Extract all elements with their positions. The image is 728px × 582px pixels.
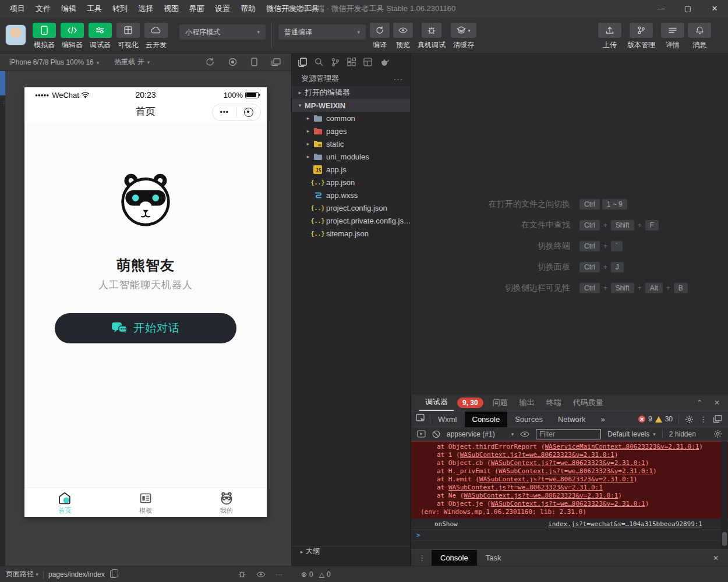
- menu-file[interactable]: 文件: [30, 0, 56, 17]
- panel-drag-strip[interactable]: ⋮: [0, 71, 5, 566]
- file-project-private-config[interactable]: {..} project.private.config.js…: [292, 214, 410, 227]
- menu-settings[interactable]: 设置: [210, 0, 235, 17]
- kebab-menu-icon[interactable]: ⋮: [411, 553, 432, 562]
- compile-button[interactable]: 编译: [368, 23, 391, 50]
- menu-edit[interactable]: 编辑: [56, 0, 82, 17]
- compile-mode-select[interactable]: 普通编译 ▾: [278, 24, 366, 40]
- file-app-wxss[interactable]: app.wxss: [292, 189, 410, 201]
- menu-project[interactable]: 项目: [5, 0, 30, 17]
- resume-icon[interactable]: [417, 430, 426, 438]
- outline-section[interactable]: ▸ 大纲: [292, 546, 410, 556]
- search-icon[interactable]: [314, 58, 323, 66]
- stack-link[interactable]: WASubContext.js?t=we…80623323&v=2.31.0:1: [479, 475, 634, 483]
- folder-uni-modules[interactable]: ▸ uni_modules: [292, 150, 410, 163]
- stack-link[interactable]: WASubContext.js?t=we…80623323&v=2.31.0:1: [460, 451, 614, 459]
- editor-layout-icon[interactable]: [363, 58, 372, 66]
- tab-terminal[interactable]: 终端: [540, 395, 567, 410]
- close-panel-icon[interactable]: ✕: [714, 399, 720, 407]
- menu-interface[interactable]: 界面: [184, 0, 210, 17]
- preview-eye-icon[interactable]: [256, 572, 266, 577]
- source-control-icon[interactable]: [331, 58, 340, 67]
- kebab-menu-icon[interactable]: ⋮: [694, 415, 713, 424]
- editor-toggle-button[interactable]: 编辑器: [58, 23, 86, 50]
- stack-link[interactable]: WASubContext.js?t=we…80623323&v=2.31.0:1: [464, 492, 618, 499]
- eye-icon[interactable]: [520, 431, 529, 437]
- visualization-toggle-button[interactable]: 可视化: [114, 23, 142, 50]
- preview-button[interactable]: 预览: [391, 23, 415, 50]
- tab-problems[interactable]: 问题: [487, 395, 514, 410]
- hot-reload-toggle[interactable]: 热重载 开▾: [114, 57, 150, 67]
- page-path-select[interactable]: 页面路径 ▾: [6, 569, 38, 579]
- file-sitemap-json[interactable]: {..} sitemap.json: [292, 227, 410, 240]
- context-select[interactable]: appservice (#1) ▾: [447, 430, 514, 438]
- device-select[interactable]: iPhone 6/7/8 Plus 100% 16▾: [9, 58, 99, 66]
- rotate-device-icon[interactable]: [251, 58, 257, 66]
- stack-link[interactable]: WAServiceMainContext…80623323&v=2.31.0:1: [545, 443, 699, 450]
- restart-icon[interactable]: [206, 58, 214, 66]
- popout-icon[interactable]: [713, 415, 722, 423]
- folder-static[interactable]: ▸ static: [292, 137, 410, 150]
- stack-link[interactable]: WASubContext.js?t=we…80623323&v=2.31.0:1: [491, 500, 645, 508]
- capsule-close-button[interactable]: [237, 108, 261, 117]
- menu-help[interactable]: 帮助: [235, 0, 261, 17]
- menu-tools[interactable]: 工具: [82, 0, 107, 17]
- stack-link[interactable]: WASubContext.js?t=we…80623323&v=2.31.0:1: [491, 459, 645, 467]
- cloud-dev-button[interactable]: 云开发: [142, 23, 170, 50]
- tab-output[interactable]: 输出: [514, 395, 540, 410]
- file-app-js[interactable]: JS app.js: [292, 163, 410, 176]
- tab-template[interactable]: 模板: [105, 488, 186, 517]
- messages-button[interactable]: 消息: [686, 23, 713, 50]
- settings-gear-icon[interactable]: [685, 415, 694, 424]
- capsule-more-button[interactable]: •••: [213, 108, 236, 116]
- tab-debugger[interactable]: 调试器: [419, 395, 454, 411]
- tab-profile[interactable]: 我的: [186, 488, 267, 517]
- folder-common[interactable]: ▸ common: [292, 112, 410, 125]
- levels-select[interactable]: Default levels ▾: [607, 430, 656, 438]
- vconsole-bug-icon[interactable]: [238, 570, 246, 578]
- file-app-json[interactable]: {..} app.json: [292, 176, 410, 189]
- maximize-button[interactable]: ▢: [674, 0, 701, 17]
- multi-window-icon[interactable]: [271, 58, 281, 66]
- files-icon[interactable]: [298, 58, 307, 67]
- stack-link[interactable]: WASubContext.js?t=we…80623323&v=2.31.0:1: [448, 484, 603, 491]
- teapot-icon[interactable]: [380, 58, 390, 66]
- source-link[interactable]: index.js?t=wechat&s=…104a315bbeea92899:1: [548, 519, 702, 530]
- bottom-tab-task[interactable]: Task: [477, 550, 510, 566]
- tab-wxml[interactable]: Wxml: [430, 411, 465, 427]
- console-prompt[interactable]: >: [411, 530, 728, 541]
- clear-cache-button[interactable]: ▾ 清缓存: [448, 23, 479, 50]
- record-icon[interactable]: [228, 58, 237, 66]
- details-button[interactable]: 详情: [659, 23, 686, 50]
- start-chat-button[interactable]: 开始对话: [55, 313, 236, 343]
- close-console-icon[interactable]: ✕: [713, 554, 728, 562]
- open-editors-section[interactable]: ▸ 打开的编辑器: [292, 86, 410, 99]
- more-tabs-icon[interactable]: »: [593, 411, 613, 427]
- menu-view[interactable]: 视图: [158, 0, 184, 17]
- mode-select[interactable]: 小程序模式 ▾: [179, 24, 266, 40]
- tab-network[interactable]: Network: [550, 411, 593, 427]
- inspect-icon[interactable]: [416, 414, 425, 423]
- file-project-config[interactable]: {..} project.config.json: [292, 201, 410, 214]
- tab-sources[interactable]: Sources: [507, 411, 550, 427]
- upload-button[interactable]: 上传: [596, 23, 623, 50]
- filter-input[interactable]: [536, 429, 601, 439]
- tab-code-quality[interactable]: 代码质量: [567, 395, 609, 410]
- more-actions-icon[interactable]: ···: [394, 74, 403, 83]
- close-button[interactable]: ✕: [701, 0, 728, 17]
- bottom-tab-console[interactable]: Console: [432, 550, 477, 566]
- simulator-toggle-button[interactable]: 模拟器: [30, 23, 58, 50]
- menu-select[interactable]: 选择: [133, 0, 158, 17]
- version-control-button[interactable]: 版本管理: [623, 23, 659, 50]
- problems-summary[interactable]: ⊗ 0 △ 0: [301, 570, 331, 579]
- tab-home[interactable]: 首页: [24, 488, 105, 517]
- console-settings-icon[interactable]: [713, 430, 722, 438]
- copy-path-icon[interactable]: [110, 570, 116, 578]
- stack-link[interactable]: WASubContext.js?t=we…80623323&v=2.31.0:1: [499, 467, 653, 475]
- collapse-panel-icon[interactable]: ⌃: [697, 399, 702, 407]
- device-debug-button[interactable]: 真机调试: [415, 23, 448, 50]
- more-icon[interactable]: ···: [275, 570, 282, 579]
- clear-console-icon[interactable]: [432, 430, 440, 438]
- minimize-button[interactable]: —: [648, 0, 674, 17]
- folder-pages[interactable]: ▸ pages: [292, 125, 410, 137]
- tab-console[interactable]: Console: [465, 411, 508, 427]
